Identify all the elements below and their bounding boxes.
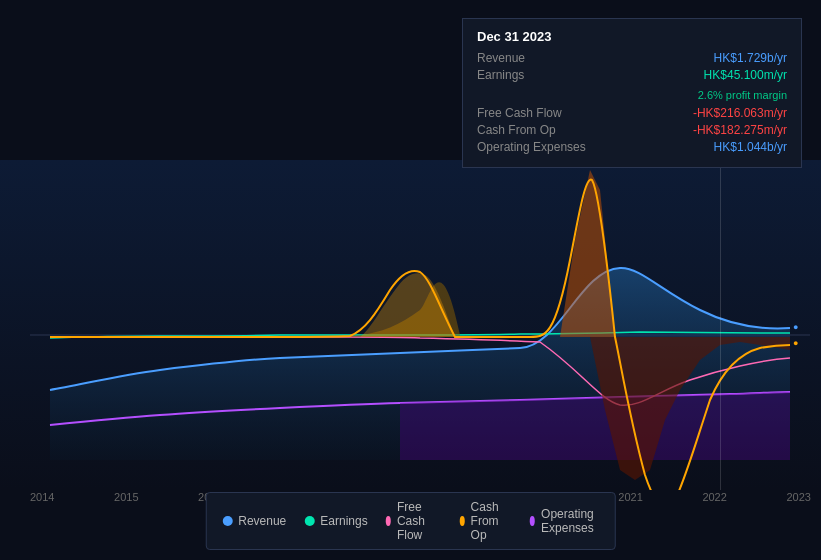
legend-revenue-dot <box>222 516 232 526</box>
fcf-value: -HK$216.063m/yr <box>693 106 787 120</box>
cashop-value: -HK$182.275m/yr <box>693 123 787 137</box>
legend-fcf-label: Free Cash Flow <box>397 500 441 542</box>
tooltip-panel: Dec 31 2023 Revenue HK$1.729b/yr Earning… <box>462 18 802 168</box>
hover-indicator <box>720 160 721 490</box>
legend-cashop-label: Cash From Op <box>471 500 512 542</box>
opex-value: HK$1.044b/yr <box>714 140 787 154</box>
legend-cashop[interactable]: Cash From Op <box>459 500 511 542</box>
legend-opex-label: Operating Expenses <box>541 507 599 535</box>
legend-earnings-label: Earnings <box>320 514 367 528</box>
earnings-value: HK$45.100m/yr <box>704 68 787 82</box>
earnings-row: Earnings HK$45.100m/yr <box>477 68 787 82</box>
legend-fcf-dot <box>386 516 391 526</box>
opex-label: Operating Expenses <box>477 140 586 154</box>
x-label-2014: 2014 <box>30 491 54 503</box>
svg-text:●: ● <box>793 338 798 348</box>
legend-fcf[interactable]: Free Cash Flow <box>386 500 442 542</box>
revenue-label: Revenue <box>477 51 525 65</box>
legend-cashop-dot <box>459 516 464 526</box>
revenue-row: Revenue HK$1.729b/yr <box>477 51 787 65</box>
chart-legend: Revenue Earnings Free Cash Flow Cash Fro… <box>205 492 616 550</box>
x-label-2023: 2023 <box>786 491 810 503</box>
revenue-value: HK$1.729b/yr <box>714 51 787 65</box>
legend-revenue-label: Revenue <box>238 514 286 528</box>
legend-earnings-dot <box>304 516 314 526</box>
x-label-2015: 2015 <box>114 491 138 503</box>
legend-revenue[interactable]: Revenue <box>222 500 286 542</box>
opex-row: Operating Expenses HK$1.044b/yr <box>477 140 787 154</box>
tooltip-date: Dec 31 2023 <box>477 29 787 44</box>
cashop-label: Cash From Op <box>477 123 556 137</box>
cashop-row: Cash From Op -HK$182.275m/yr <box>477 123 787 137</box>
chart-svg: ● ● <box>0 160 821 490</box>
earnings-label: Earnings <box>477 68 524 82</box>
legend-opex[interactable]: Operating Expenses <box>530 500 599 542</box>
legend-earnings[interactable]: Earnings <box>304 500 367 542</box>
fcf-row: Free Cash Flow -HK$216.063m/yr <box>477 106 787 120</box>
svg-text:●: ● <box>793 322 798 332</box>
x-label-2021: 2021 <box>618 491 642 503</box>
fcf-label: Free Cash Flow <box>477 106 562 120</box>
x-label-2022: 2022 <box>702 491 726 503</box>
legend-opex-dot <box>530 516 535 526</box>
profit-margin-text: 2.6% profit margin <box>698 89 787 101</box>
chart-area: ● ● <box>0 160 821 490</box>
